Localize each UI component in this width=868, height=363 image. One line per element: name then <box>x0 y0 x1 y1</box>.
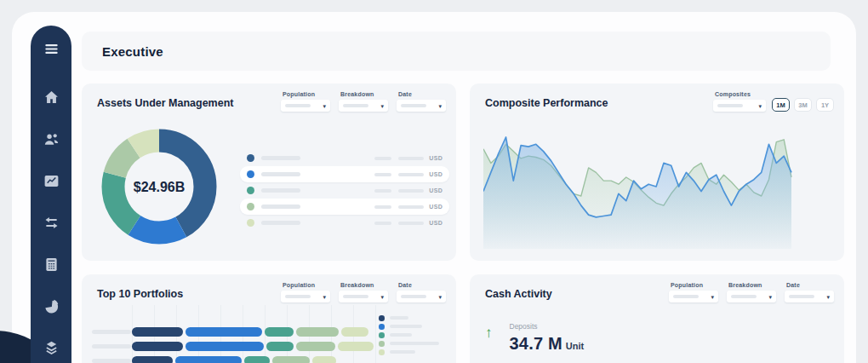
bar-segment-2 <box>266 342 294 351</box>
currency-label: USD <box>429 155 443 161</box>
chevron-down-icon: ▾ <box>438 294 442 300</box>
aum-breakdown-select[interactable]: ▾ <box>339 100 388 112</box>
bar-segment-3 <box>296 342 335 351</box>
legend-dot <box>379 332 385 338</box>
legend-dot <box>247 154 254 162</box>
sidebar-item-layers-icon[interactable] <box>43 339 60 357</box>
legend-dot <box>247 170 254 178</box>
cash-date-select[interactable]: ▾ <box>785 291 834 302</box>
currency-label: USD <box>429 204 443 210</box>
sidebar-item-performance-icon[interactable] <box>43 172 60 190</box>
value-placeholder <box>374 205 391 209</box>
value-placeholder <box>398 205 424 209</box>
aum-legend-row: USD <box>240 215 449 231</box>
metric-unit: Unit <box>566 341 584 351</box>
chevron-down-icon: ▾ <box>380 294 384 300</box>
legend-dot <box>379 341 385 347</box>
composite-blue-area <box>483 137 791 249</box>
cash-activity-card: Cash Activity Population▾Breakdown▾Date▾… <box>470 274 844 363</box>
sidebar <box>31 26 71 363</box>
value-placeholder <box>374 173 391 176</box>
legend-label-placeholder <box>261 172 300 176</box>
composites-select[interactable]: ▾ <box>713 100 766 112</box>
legend-label-placeholder <box>390 342 439 345</box>
page-title: Executive <box>102 44 163 59</box>
legend-dot <box>247 203 254 210</box>
legend-label-placeholder <box>261 221 300 225</box>
bar-segment-1 <box>186 327 262 337</box>
chevron-down-icon: ▾ <box>323 103 326 109</box>
aum-legend-row: USD <box>240 199 449 215</box>
portfolio-bar-row <box>92 342 131 351</box>
cash-population-select[interactable]: ▾ <box>669 291 718 302</box>
sidebar-item-home-icon[interactable] <box>43 89 60 107</box>
legend-dot <box>247 219 254 227</box>
chevron-down-icon: ▾ <box>380 103 384 109</box>
select-placeholder <box>673 295 699 298</box>
value-placeholder <box>374 189 391 193</box>
portfolio-bar-row <box>92 356 131 363</box>
chevron-down-icon: ▾ <box>758 103 762 109</box>
top10-population-select[interactable]: ▾ <box>281 291 330 302</box>
top10-legend-item <box>379 341 439 347</box>
top10-date-select[interactable]: ▾ <box>397 291 446 302</box>
sidebar-item-menu-icon[interactable] <box>43 40 60 58</box>
bar-segment-1 <box>175 356 242 363</box>
aum-legend-row: USD <box>240 182 449 199</box>
card-title: Assets Under Management <box>97 97 233 109</box>
metric-value: 34.7 M <box>510 334 562 354</box>
row-label-placeholder <box>92 344 131 349</box>
cash-breakdown-select[interactable]: ▾ <box>727 291 776 302</box>
currency-label: USD <box>429 171 443 177</box>
top-10-portfolios-card: Top 10 Portfolios Population▾Breakdown▾D… <box>82 274 456 363</box>
sidebar-item-calculator-icon[interactable] <box>43 256 60 274</box>
metric-label: Deposits <box>510 322 538 331</box>
row-label-placeholder <box>92 359 131 363</box>
legend-label-placeholder <box>390 333 412 337</box>
bar-segment-0 <box>132 342 183 351</box>
select-placeholder <box>731 295 757 298</box>
legend-label-placeholder <box>390 316 408 320</box>
composite-controls: Composites ▾ 1M3M1Y <box>713 91 834 112</box>
legend-dot <box>379 324 385 330</box>
select-placeholder <box>285 104 311 107</box>
aum-population-label: Population <box>283 91 330 97</box>
select-placeholder <box>401 104 426 107</box>
value-placeholder <box>374 222 391 225</box>
sidebar-item-allocation-icon[interactable] <box>43 297 60 315</box>
value-placeholder <box>398 157 424 160</box>
top10-legend-item <box>379 332 439 338</box>
legend-label-placeholder <box>261 205 300 209</box>
sidebar-item-transfers-icon[interactable] <box>43 214 60 232</box>
top10-breakdown-select[interactable]: ▾ <box>339 291 388 302</box>
range-1y-button[interactable]: 1Y <box>816 98 834 112</box>
sidebar-item-users-icon[interactable] <box>43 130 60 148</box>
select-placeholder <box>789 295 814 298</box>
portfolio-bar-row <box>92 327 131 337</box>
select-placeholder <box>343 295 368 298</box>
aum-population-select[interactable]: ▾ <box>281 100 330 112</box>
value-placeholder <box>398 173 424 176</box>
cash-breakdown-label: Breakdown <box>728 282 776 288</box>
top10-breakdown-label: Breakdown <box>340 282 388 288</box>
select-placeholder <box>285 295 311 298</box>
aum-date-select[interactable]: ▾ <box>397 100 446 112</box>
currency-label: USD <box>429 187 443 193</box>
value-placeholder <box>398 189 424 193</box>
composites-filter-label: Composites <box>715 91 766 97</box>
card-title: Composite Performance <box>485 97 608 109</box>
composite-area-chart <box>483 121 798 249</box>
donut-center-value: $24.96B <box>134 180 186 194</box>
card-title: Cash Activity <box>485 288 552 300</box>
legend-label-placeholder <box>261 156 300 160</box>
page-header: Executive <box>82 32 831 71</box>
aum-legend: USDUSDUSDUSDUSD <box>240 150 449 231</box>
range-1m-button[interactable]: 1M <box>772 98 790 112</box>
cash-date-label: Date <box>786 282 834 288</box>
range-3m-button[interactable]: 3M <box>794 98 812 112</box>
bar-segment-3 <box>272 356 310 363</box>
page-background: Executive Assets Under Management Popula… <box>0 0 868 363</box>
bar-segment-1 <box>186 342 264 351</box>
bar-segment-2 <box>265 327 294 337</box>
bar-segment-4 <box>341 327 368 337</box>
